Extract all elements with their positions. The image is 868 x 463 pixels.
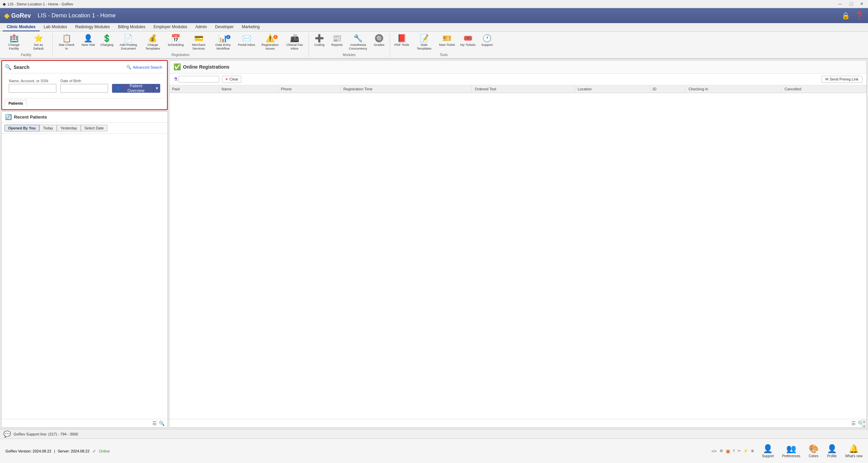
- patient-overview-icon: 👤: [115, 86, 121, 91]
- yesterday-filter[interactable]: Yesterday: [57, 125, 81, 131]
- toolbar-btn-note-templates[interactable]: 📝Note Templates: [412, 33, 436, 52]
- bottom-preferences-button[interactable]: 👥 Preferences: [782, 444, 800, 458]
- col-ordered-test: Ordered Test: [472, 85, 575, 93]
- bottom-profile-button[interactable]: 👤 Profile: [827, 444, 837, 458]
- clear-button[interactable]: ✕ Clear: [222, 76, 241, 83]
- toolbar-btn-clinical-fax[interactable]: 📠Clinical Fax Inbox: [283, 33, 307, 52]
- nav-tab-marketing[interactable]: Marketing: [238, 23, 264, 31]
- today-filter[interactable]: Today: [39, 125, 57, 131]
- toolbar-badge-data-entry-workflow: 8: [226, 35, 230, 39]
- minimize-btn[interactable]: —: [836, 2, 844, 6]
- recent-filter-bar: Opened By You Today Yesterday Select Dat…: [2, 123, 167, 134]
- support-line-text: GoRev Support line: (317) - 794 - 3900: [14, 432, 78, 436]
- toolbar-btn-reports[interactable]: 📰Reports: [329, 33, 346, 48]
- toolbar-btn-add-posting[interactable]: 📄Add Posting Document: [116, 33, 140, 52]
- toolbar-label-reports: Reports: [331, 43, 343, 47]
- toolbar-label-portal-inbox: Portal Inbox: [238, 43, 255, 47]
- recent-patients-header: 🔄 Recent Patients: [2, 112, 167, 123]
- toolbar-icon-stat-check-in: 📋: [62, 35, 71, 42]
- dob-input[interactable]: [60, 84, 108, 93]
- right-panel-footer: ☰ 🔍 ▲ ▼: [169, 419, 866, 427]
- toolbar-btn-my-tickets[interactable]: 🎟️My Tickets: [458, 33, 478, 48]
- toolbar-btn-pdf-tools[interactable]: 📕PDF Tools: [392, 33, 412, 48]
- nav-tab-developer[interactable]: Developer: [211, 23, 238, 31]
- toolbar-btn-new-ticket[interactable]: 🎫New Ticket: [437, 33, 457, 48]
- nav-tab-clinic[interactable]: Clinic Modules: [3, 23, 40, 31]
- toolbar-btn-data-entry-workflow[interactable]: 📊8Data Entry Workflow: [211, 33, 235, 52]
- patients-tab[interactable]: Patients: [5, 100, 27, 107]
- bottom-toolbar: GoRev Version: 2024.08.22 | Server: 2024…: [0, 439, 868, 463]
- preferences-btn-icon: 👥: [786, 444, 796, 453]
- toolbar-btn-charging[interactable]: 💲Charging: [98, 33, 116, 48]
- scroll-up-btn[interactable]: ▲: [862, 419, 866, 424]
- select-date-filter[interactable]: Select Date: [81, 125, 108, 131]
- search-icon: 🔍: [5, 64, 12, 70]
- nav-tab-admin[interactable]: Admin: [191, 23, 211, 31]
- toolbar-btn-coding[interactable]: ➕Coding: [311, 33, 328, 48]
- toolbar-btn-charge-templates[interactable]: 💰Charge Templates: [141, 33, 165, 52]
- toolbar-icon-my-tickets: 🎟️: [463, 35, 473, 42]
- toolbar-btn-stat-check-in[interactable]: 📋Stat Check In: [55, 33, 78, 52]
- toolbar-icon-registration-issues: ⚠️6: [265, 35, 275, 42]
- name-input[interactable]: [9, 84, 56, 93]
- maximize-btn[interactable]: ⬜: [847, 2, 855, 6]
- toolbar-label-my-tickets: My Tickets: [460, 43, 476, 47]
- registrations-table: Paid Name Phone Registration Time Ordere…: [169, 85, 866, 93]
- dev-tools-icon-7[interactable]: ⊕: [751, 449, 754, 453]
- patient-overview-dropdown[interactable]: ▾: [153, 84, 160, 93]
- toolbar-icon-charging: 💲: [102, 35, 111, 42]
- opened-by-you-filter[interactable]: Opened By You: [4, 125, 39, 131]
- nav-tab-lab[interactable]: Lab Modules: [40, 23, 71, 31]
- toolbar-btn-merchant-services[interactable]: 💳Merchant Services: [187, 33, 210, 52]
- dev-tools-icon-5[interactable]: ✂: [738, 449, 741, 453]
- toolbar-btn-support[interactable]: 🕐Support: [479, 33, 496, 48]
- close-btn[interactable]: ✕: [858, 2, 865, 6]
- registrations-table-container: Paid Name Phone Registration Time Ordere…: [169, 85, 866, 419]
- toolbar-btn-grades[interactable]: 🔘Grades: [371, 33, 388, 48]
- toolbar-btn-set-default[interactable]: ⭐Set as Default: [26, 33, 50, 52]
- toolbar-btn-scheduling[interactable]: 📅Scheduling: [165, 33, 186, 48]
- dev-tools-icon-6[interactable]: ⚡: [743, 449, 748, 453]
- toolbar-group-1: 📋Stat Check In👤New Visit💲Charging📄Add Po…: [53, 33, 309, 57]
- toolbar-btn-anesthesia[interactable]: 🔧Anesthesia Concurrency: [346, 33, 370, 52]
- header-help-icon[interactable]: ❓: [855, 12, 864, 20]
- right-footer-menu-icon[interactable]: ☰: [851, 421, 856, 426]
- whats-new-btn-label: What's new: [845, 454, 863, 458]
- dev-tools-icon-1[interactable]: </>: [712, 449, 717, 453]
- nav-bar: Clinic ModulesLab ModulesRadiology Modul…: [0, 23, 868, 32]
- toolbar-btn-registration-issues[interactable]: ⚠️6Registration Issues: [258, 33, 282, 52]
- logo-text: GoRev: [11, 12, 31, 19]
- patient-overview-button[interactable]: 👤 Patient Overview: [112, 84, 153, 93]
- nav-tab-radiology[interactable]: Radiology Modules: [71, 23, 114, 31]
- dob-field-label: Date of Birth: [60, 79, 108, 83]
- search-box: 🔍 Search 🔍 Advanced Search Name, Account…: [1, 60, 168, 110]
- bottom-whats-new-button[interactable]: 🔔 What's new: [845, 444, 863, 458]
- col-registration-time: Registration Time: [340, 85, 472, 93]
- footer-menu-icon[interactable]: ☰: [152, 421, 157, 426]
- patient-overview-label: Patient Overview: [122, 84, 150, 93]
- colors-btn-icon: 🎨: [809, 444, 819, 453]
- nav-tab-employer[interactable]: Employer Modules: [149, 23, 191, 31]
- send-prereg-button[interactable]: ✉ Send Prereg Link: [821, 76, 862, 83]
- toolbar-btn-new-visit[interactable]: 👤New Visit: [79, 33, 97, 48]
- version-info: GoRev Version: 2024.08.22 | Server: 2024…: [5, 448, 110, 454]
- bottom-support-button[interactable]: 👤 Support: [762, 444, 774, 458]
- advanced-search-button[interactable]: 🔍 Advanced Search: [124, 64, 164, 71]
- filter-icon: ⚗: [173, 76, 178, 82]
- right-scrollbar[interactable]: ▲ ▼: [862, 419, 866, 427]
- registrations-controls: ⚗ ✕ Clear ✉ Send Prereg Link: [169, 74, 866, 85]
- dev-tools-icon-4[interactable]: ?: [733, 449, 735, 453]
- bottom-colors-button[interactable]: 🎨 Colors: [809, 444, 819, 458]
- nav-tab-billing[interactable]: Billing Modules: [114, 23, 149, 31]
- filter-select[interactable]: [179, 76, 219, 83]
- footer-search-icon[interactable]: 🔍: [159, 421, 165, 426]
- header-person-icon[interactable]: 🔒: [842, 12, 850, 20]
- dob-field-group: Date of Birth: [60, 79, 108, 93]
- dev-tools-icon-3[interactable]: ▣: [726, 448, 730, 454]
- toolbar-btn-change-facility[interactable]: 🏥Change Facility: [2, 33, 26, 52]
- toolbar-badge-registration-issues: 6: [273, 35, 278, 39]
- toolbar-btn-portal-inbox[interactable]: ✉️Portal Inbox: [236, 33, 258, 48]
- scroll-down-btn[interactable]: ▼: [862, 424, 866, 428]
- search-fields: Name, Account, or SSN Date of Birth 👤 Pa…: [5, 76, 164, 95]
- dev-tools-icon-2[interactable]: ⚙: [720, 449, 723, 453]
